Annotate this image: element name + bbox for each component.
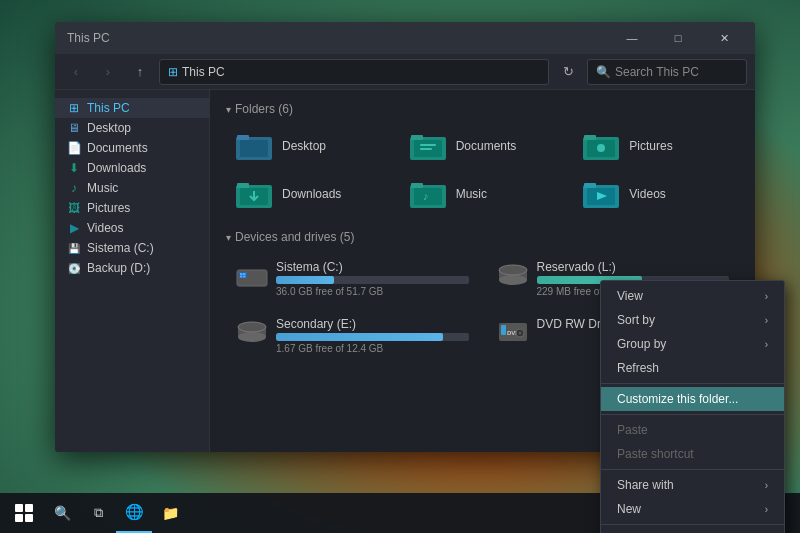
folders-section-header[interactable]: ▾ Folders (6): [226, 102, 739, 116]
context-paste-shortcut[interactable]: Paste shortcut: [601, 442, 784, 466]
close-button[interactable]: ✕: [701, 22, 747, 54]
address-path[interactable]: ⊞ This PC: [159, 59, 549, 85]
drive-secondary-e[interactable]: Secondary (E:) 1.67 GB free of 12.4 GB: [226, 311, 479, 360]
folder-downloads-label: Downloads: [282, 187, 341, 201]
sidebar-music-label: Music: [87, 181, 118, 195]
sidebar-documents[interactable]: 📄 Documents: [55, 138, 209, 158]
sidebar-pictures[interactable]: 🖼 Pictures: [55, 198, 209, 218]
context-view-label: View: [617, 289, 643, 303]
drive-sistema-bar: [276, 276, 334, 284]
sidebar-backup-d[interactable]: 💽 Backup (D:): [55, 258, 209, 278]
context-view[interactable]: View ›: [601, 284, 784, 308]
desktop: This PC — □ ✕ ‹ › ↑ ⊞ This PC ↻ 🔍 Search…: [0, 0, 800, 533]
music-icon: ♪: [67, 181, 81, 195]
svg-rect-14: [237, 183, 249, 188]
context-group-by-label: Group by: [617, 337, 666, 351]
drive-sistema-c[interactable]: Sistema (C:) 36.0 GB free of 51.7 GB: [226, 254, 479, 303]
drive-reservado-name: Reservado (L:): [537, 260, 730, 274]
svg-rect-8: [420, 148, 432, 150]
win-logo-bl: [15, 514, 23, 522]
context-new-arrow: ›: [765, 504, 768, 515]
context-properties[interactable]: Properties: [601, 528, 784, 533]
drive-secondary-bar: [276, 333, 443, 341]
sidebar-this-pc-label: This PC: [87, 101, 130, 115]
svg-rect-28: [240, 273, 243, 275]
context-sort-by[interactable]: Sort by ›: [601, 308, 784, 332]
taskbar-search[interactable]: 🔍: [44, 493, 80, 533]
taskbar-task-view[interactable]: ⧉: [80, 493, 116, 533]
context-share-with-arrow: ›: [765, 480, 768, 491]
taskbar-file-explorer[interactable]: 📁: [152, 493, 188, 533]
context-menu: View › Sort by › Group by › Refresh Cust…: [600, 280, 785, 533]
music-folder-icon: ♪: [410, 180, 446, 208]
context-group-by-arrow: ›: [765, 339, 768, 350]
context-new[interactable]: New ›: [601, 497, 784, 521]
context-paste[interactable]: Paste: [601, 418, 784, 442]
videos-folder-icon: [583, 180, 619, 208]
context-share-with-label: Share with: [617, 478, 674, 492]
svg-point-34: [499, 275, 527, 285]
sidebar-downloads[interactable]: ⬇ Downloads: [55, 158, 209, 178]
drive-secondary-name: Secondary (E:): [276, 317, 469, 331]
file-explorer-icon: 📁: [162, 505, 179, 521]
folder-music[interactable]: ♪ Music: [400, 174, 566, 214]
devices-section-header[interactable]: ▾ Devices and drives (5): [226, 230, 739, 244]
sidebar-desktop-label: Desktop: [87, 121, 131, 135]
search-taskbar-icon: 🔍: [54, 505, 71, 521]
svg-rect-31: [243, 276, 246, 278]
folder-desktop-label: Desktop: [282, 139, 326, 153]
svg-rect-3: [240, 140, 268, 157]
sidebar-desktop[interactable]: 🖥 Desktop: [55, 118, 209, 138]
forward-button[interactable]: ›: [95, 59, 121, 85]
folder-downloads[interactable]: Downloads: [226, 174, 392, 214]
drive-secondary-space: 1.67 GB free of 12.4 GB: [276, 343, 469, 354]
svg-rect-2: [237, 135, 249, 140]
drive-c-icon: 💾: [67, 241, 81, 255]
title-bar-controls: — □ ✕: [609, 22, 747, 54]
sidebar-sistema-c[interactable]: 💾 Sistema (C:): [55, 238, 209, 258]
folder-pictures-label: Pictures: [629, 139, 672, 153]
folder-documents[interactable]: Documents: [400, 126, 566, 166]
window-title: This PC: [67, 31, 110, 45]
folder-documents-label: Documents: [456, 139, 517, 153]
edge-icon: 🌐: [125, 503, 144, 521]
desktop-folder-icon: [236, 132, 272, 160]
folder-videos[interactable]: Videos: [573, 174, 739, 214]
win-logo-br: [25, 514, 33, 522]
win-logo-tr: [25, 504, 33, 512]
svg-rect-29: [243, 273, 246, 275]
svg-text:♪: ♪: [423, 190, 429, 202]
context-group-by[interactable]: Group by ›: [601, 332, 784, 356]
sidebar-backup-d-label: Backup (D:): [87, 261, 150, 275]
context-refresh[interactable]: Refresh: [601, 356, 784, 380]
sidebar-music[interactable]: ♪ Music: [55, 178, 209, 198]
taskbar-edge[interactable]: 🌐: [116, 493, 152, 533]
address-path-text: This PC: [182, 65, 225, 79]
pictures-icon: 🖼: [67, 201, 81, 215]
drive-secondary-bar-wrap: [276, 333, 469, 341]
context-share-with[interactable]: Share with ›: [601, 473, 784, 497]
context-sep-4: [601, 524, 784, 525]
devices-section-label: Devices and drives (5): [235, 230, 354, 244]
search-box[interactable]: 🔍 Search This PC: [587, 59, 747, 85]
svg-rect-17: [411, 183, 423, 188]
context-sep-3: [601, 469, 784, 470]
drive-reservado-icon: [497, 262, 529, 288]
context-sep-2: [601, 414, 784, 415]
up-button[interactable]: ↑: [127, 59, 153, 85]
maximize-button[interactable]: □: [655, 22, 701, 54]
back-button[interactable]: ‹: [63, 59, 89, 85]
context-paste-shortcut-label: Paste shortcut: [617, 447, 694, 461]
folder-videos-label: Videos: [629, 187, 665, 201]
refresh-button[interactable]: ↻: [555, 59, 581, 85]
context-customize[interactable]: Customize this folder...: [601, 387, 784, 411]
sidebar-documents-label: Documents: [87, 141, 148, 155]
sidebar-videos[interactable]: ▶ Videos: [55, 218, 209, 238]
sidebar-sistema-c-label: Sistema (C:): [87, 241, 154, 255]
videos-icon: ▶: [67, 221, 81, 235]
folder-pictures[interactable]: Pictures: [573, 126, 739, 166]
folder-desktop[interactable]: Desktop: [226, 126, 392, 166]
start-button[interactable]: [4, 493, 44, 533]
minimize-button[interactable]: —: [609, 22, 655, 54]
sidebar-this-pc[interactable]: ⊞ This PC: [55, 98, 209, 118]
